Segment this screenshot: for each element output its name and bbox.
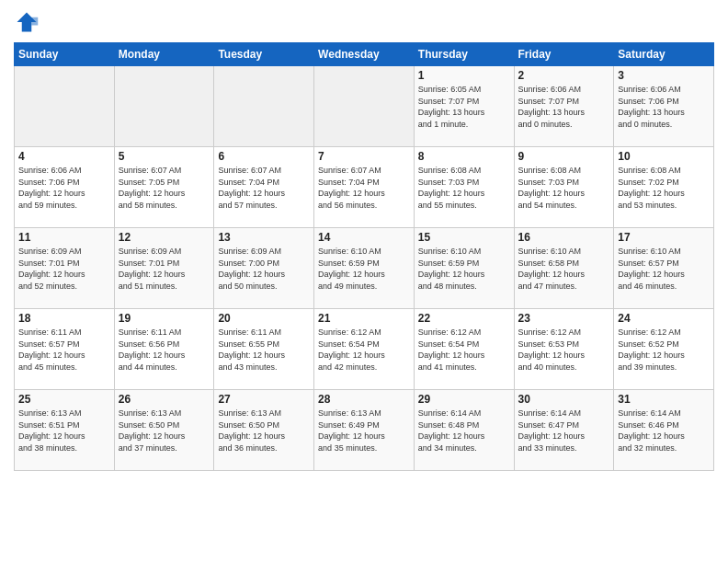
day-number: 4 — [18, 150, 110, 163]
day-cell — [114, 66, 214, 147]
day-cell: 7Sunrise: 6:07 AM Sunset: 7:04 PM Daylig… — [314, 147, 415, 228]
day-info: Sunrise: 6:08 AM Sunset: 7:03 PM Dayligh… — [518, 165, 610, 211]
day-info: Sunrise: 6:06 AM Sunset: 7:07 PM Dayligh… — [518, 84, 610, 130]
calendar: SundayMondayTuesdayWednesdayThursdayFrid… — [14, 42, 714, 471]
day-number: 13 — [218, 231, 310, 244]
day-info: Sunrise: 6:08 AM Sunset: 7:03 PM Dayligh… — [418, 165, 510, 211]
weekday-thursday: Thursday — [414, 43, 514, 66]
weekday-tuesday: Tuesday — [214, 43, 314, 66]
day-number: 25 — [18, 393, 110, 406]
day-cell: 15Sunrise: 6:10 AM Sunset: 6:59 PM Dayli… — [414, 228, 514, 309]
day-cell: 1Sunrise: 6:05 AM Sunset: 7:07 PM Daylig… — [414, 66, 514, 147]
logo — [14, 9, 43, 35]
day-number: 1 — [418, 69, 510, 82]
weekday-friday: Friday — [514, 43, 614, 66]
day-cell — [15, 66, 115, 147]
day-number: 31 — [618, 393, 710, 406]
day-number: 20 — [218, 312, 310, 325]
day-info: Sunrise: 6:11 AM Sunset: 6:55 PM Dayligh… — [218, 327, 310, 373]
day-cell: 30Sunrise: 6:14 AM Sunset: 6:47 PM Dayli… — [514, 390, 614, 471]
day-cell: 20Sunrise: 6:11 AM Sunset: 6:55 PM Dayli… — [214, 309, 314, 390]
day-info: Sunrise: 6:06 AM Sunset: 7:06 PM Dayligh… — [18, 165, 110, 211]
svg-marker-1 — [31, 17, 38, 26]
week-row-3: 18Sunrise: 6:11 AM Sunset: 6:57 PM Dayli… — [15, 309, 714, 390]
day-number: 11 — [18, 231, 110, 244]
day-number: 18 — [18, 312, 110, 325]
day-info: Sunrise: 6:10 AM Sunset: 6:59 PM Dayligh… — [318, 246, 410, 292]
day-cell: 21Sunrise: 6:12 AM Sunset: 6:54 PM Dayli… — [314, 309, 415, 390]
day-cell: 5Sunrise: 6:07 AM Sunset: 7:05 PM Daylig… — [114, 147, 214, 228]
day-cell: 28Sunrise: 6:13 AM Sunset: 6:49 PM Dayli… — [314, 390, 415, 471]
day-number: 26 — [119, 393, 210, 406]
weekday-row: SundayMondayTuesdayWednesdayThursdayFrid… — [15, 43, 714, 66]
day-number: 12 — [119, 231, 210, 244]
day-info: Sunrise: 6:09 AM Sunset: 7:01 PM Dayligh… — [119, 246, 210, 292]
logo-icon — [14, 9, 40, 35]
day-info: Sunrise: 6:09 AM Sunset: 7:01 PM Dayligh… — [18, 246, 110, 292]
day-cell: 29Sunrise: 6:14 AM Sunset: 6:48 PM Dayli… — [414, 390, 514, 471]
day-info: Sunrise: 6:11 AM Sunset: 6:56 PM Dayligh… — [119, 327, 210, 373]
day-number: 21 — [318, 312, 410, 325]
day-number: 22 — [418, 312, 510, 325]
day-info: Sunrise: 6:07 AM Sunset: 7:04 PM Dayligh… — [318, 165, 410, 211]
day-info: Sunrise: 6:14 AM Sunset: 6:46 PM Dayligh… — [618, 408, 710, 454]
day-info: Sunrise: 6:08 AM Sunset: 7:02 PM Dayligh… — [618, 165, 710, 211]
day-number: 28 — [318, 393, 410, 406]
day-info: Sunrise: 6:10 AM Sunset: 6:57 PM Dayligh… — [618, 246, 710, 292]
day-info: Sunrise: 6:14 AM Sunset: 6:47 PM Dayligh… — [518, 408, 610, 454]
day-number: 3 — [618, 69, 710, 82]
day-number: 30 — [518, 393, 610, 406]
day-number: 24 — [618, 312, 710, 325]
weekday-monday: Monday — [114, 43, 214, 66]
day-number: 7 — [318, 150, 410, 163]
page: SundayMondayTuesdayWednesdayThursdayFrid… — [0, 0, 728, 480]
day-info: Sunrise: 6:10 AM Sunset: 6:58 PM Dayligh… — [518, 246, 610, 292]
day-cell: 25Sunrise: 6:13 AM Sunset: 6:51 PM Dayli… — [15, 390, 115, 471]
day-info: Sunrise: 6:06 AM Sunset: 7:06 PM Dayligh… — [618, 84, 710, 130]
day-cell: 17Sunrise: 6:10 AM Sunset: 6:57 PM Dayli… — [614, 228, 714, 309]
week-row-1: 4Sunrise: 6:06 AM Sunset: 7:06 PM Daylig… — [15, 147, 714, 228]
day-cell: 31Sunrise: 6:14 AM Sunset: 6:46 PM Dayli… — [614, 390, 714, 471]
day-info: Sunrise: 6:05 AM Sunset: 7:07 PM Dayligh… — [418, 84, 510, 130]
day-cell: 24Sunrise: 6:12 AM Sunset: 6:52 PM Dayli… — [614, 309, 714, 390]
day-cell: 11Sunrise: 6:09 AM Sunset: 7:01 PM Dayli… — [15, 228, 115, 309]
day-cell: 26Sunrise: 6:13 AM Sunset: 6:50 PM Dayli… — [114, 390, 214, 471]
day-info: Sunrise: 6:14 AM Sunset: 6:48 PM Dayligh… — [418, 408, 510, 454]
day-info: Sunrise: 6:12 AM Sunset: 6:53 PM Dayligh… — [518, 327, 610, 373]
day-number: 14 — [318, 231, 410, 244]
day-cell: 14Sunrise: 6:10 AM Sunset: 6:59 PM Dayli… — [314, 228, 415, 309]
day-number: 10 — [618, 150, 710, 163]
day-number: 15 — [418, 231, 510, 244]
day-number: 29 — [418, 393, 510, 406]
day-info: Sunrise: 6:09 AM Sunset: 7:00 PM Dayligh… — [218, 246, 310, 292]
day-number: 17 — [618, 231, 710, 244]
day-info: Sunrise: 6:13 AM Sunset: 6:49 PM Dayligh… — [318, 408, 410, 454]
day-cell: 9Sunrise: 6:08 AM Sunset: 7:03 PM Daylig… — [514, 147, 614, 228]
day-number: 16 — [518, 231, 610, 244]
weekday-saturday: Saturday — [614, 43, 714, 66]
day-number: 5 — [119, 150, 210, 163]
week-row-4: 25Sunrise: 6:13 AM Sunset: 6:51 PM Dayli… — [15, 390, 714, 471]
day-cell: 23Sunrise: 6:12 AM Sunset: 6:53 PM Dayli… — [514, 309, 614, 390]
day-cell: 6Sunrise: 6:07 AM Sunset: 7:04 PM Daylig… — [214, 147, 314, 228]
day-number: 27 — [218, 393, 310, 406]
day-cell: 3Sunrise: 6:06 AM Sunset: 7:06 PM Daylig… — [614, 66, 714, 147]
day-cell: 13Sunrise: 6:09 AM Sunset: 7:00 PM Dayli… — [214, 228, 314, 309]
day-number: 23 — [518, 312, 610, 325]
day-info: Sunrise: 6:07 AM Sunset: 7:05 PM Dayligh… — [119, 165, 210, 211]
day-number: 6 — [218, 150, 310, 163]
day-info: Sunrise: 6:12 AM Sunset: 6:54 PM Dayligh… — [318, 327, 410, 373]
day-cell: 12Sunrise: 6:09 AM Sunset: 7:01 PM Dayli… — [114, 228, 214, 309]
day-cell: 18Sunrise: 6:11 AM Sunset: 6:57 PM Dayli… — [15, 309, 115, 390]
day-cell: 10Sunrise: 6:08 AM Sunset: 7:02 PM Dayli… — [614, 147, 714, 228]
day-info: Sunrise: 6:13 AM Sunset: 6:50 PM Dayligh… — [119, 408, 210, 454]
day-cell: 22Sunrise: 6:12 AM Sunset: 6:54 PM Dayli… — [414, 309, 514, 390]
day-number: 9 — [518, 150, 610, 163]
day-info: Sunrise: 6:13 AM Sunset: 6:50 PM Dayligh… — [218, 408, 310, 454]
day-info: Sunrise: 6:12 AM Sunset: 6:54 PM Dayligh… — [418, 327, 510, 373]
header — [14, 9, 714, 35]
day-cell: 8Sunrise: 6:08 AM Sunset: 7:03 PM Daylig… — [414, 147, 514, 228]
day-cell: 27Sunrise: 6:13 AM Sunset: 6:50 PM Dayli… — [214, 390, 314, 471]
week-row-2: 11Sunrise: 6:09 AM Sunset: 7:01 PM Dayli… — [15, 228, 714, 309]
day-number: 19 — [119, 312, 210, 325]
